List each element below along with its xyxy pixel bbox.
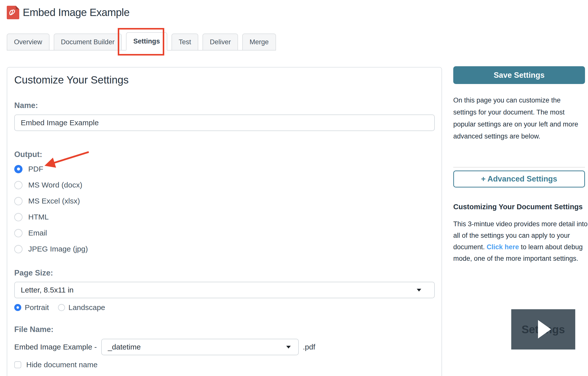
radio-unselected-icon[interactable]	[14, 229, 22, 237]
checkbox-label: Hide document name	[26, 360, 98, 369]
radio-unselected-icon[interactable]	[14, 181, 22, 189]
output-option-ms-excel[interactable]: MS Excel (xlsx)	[14, 193, 88, 209]
tab-deliver[interactable]: Deliver	[202, 34, 238, 50]
radio-selected-icon[interactable]	[14, 165, 22, 173]
radio-unselected-icon[interactable]	[14, 245, 22, 253]
tab-bar: Overview Document Builder Settings Test …	[7, 32, 276, 50]
page-size-selected-value: Letter, 8.5x11 in	[21, 286, 74, 294]
file-name-label: File Name:	[14, 325, 54, 334]
file-name-row: Embed Image Example - _datetime .pdf	[14, 339, 315, 355]
advanced-settings-button[interactable]: + Advanced Settings	[453, 170, 585, 188]
chevron-down-icon	[417, 289, 421, 292]
radio-selected-icon[interactable]	[14, 304, 21, 311]
hide-document-name-option[interactable]: Hide document name	[14, 360, 98, 369]
video-section-heading: Customizing Your Document Settings	[453, 203, 583, 211]
output-option-pdf[interactable]: PDF	[14, 161, 88, 177]
tab-merge[interactable]: Merge	[242, 34, 276, 50]
page-title: Embed Image Example	[23, 6, 130, 18]
radio-option-label: PDF	[28, 165, 43, 173]
save-settings-button[interactable]: Save Settings	[453, 66, 585, 84]
video-section-text: This 3-mintue video provides more detail…	[453, 218, 588, 264]
sidebar-intro-text: On this page you can customize the setti…	[453, 94, 588, 142]
tab-test[interactable]: Test	[172, 34, 198, 50]
tab-overview[interactable]: Overview	[7, 34, 50, 50]
play-icon[interactable]	[538, 320, 551, 338]
radio-option-label: Portrait	[25, 303, 49, 312]
radio-option-label: JPEG Image (jpg)	[28, 245, 88, 253]
file-name-prefix: Embed Image Example -	[14, 343, 97, 351]
radio-unselected-icon[interactable]	[58, 304, 65, 311]
radio-option-label: Email	[28, 229, 47, 237]
chevron-down-icon	[286, 346, 291, 348]
orientation-option-landscape[interactable]: Landscape	[58, 303, 105, 312]
file-name-suffix-select[interactable]: _datetime	[101, 339, 299, 355]
card-heading: Customize Your Settings	[14, 74, 129, 86]
output-option-ms-word[interactable]: MS Word (docx)	[14, 177, 88, 193]
tab-document-builder[interactable]: Document Builder	[54, 34, 122, 50]
click-here-link[interactable]: Click here	[487, 243, 519, 251]
radio-option-label: MS Word (docx)	[28, 181, 82, 189]
sidebar: Save Settings On this page you can custo…	[453, 66, 585, 366]
settings-video-thumbnail[interactable]: Settings	[511, 309, 575, 350]
radio-option-label: MS Excel (xlsx)	[28, 197, 80, 205]
name-label: Name:	[14, 101, 38, 110]
output-option-html[interactable]: HTML	[14, 209, 88, 225]
name-input[interactable]	[14, 114, 435, 131]
orientation-option-portrait[interactable]: Portrait	[14, 303, 49, 312]
page-header: Embed Image Example	[7, 6, 130, 20]
output-options-group: PDF MS Word (docx) MS Excel (xlsx) HTML …	[14, 161, 88, 257]
output-label: Output:	[14, 150, 42, 159]
radio-option-label: Landscape	[68, 303, 105, 312]
checkbox-unchecked-icon[interactable]	[14, 361, 21, 368]
pdf-file-icon	[7, 6, 19, 19]
output-option-jpeg[interactable]: JPEG Image (jpg)	[14, 241, 88, 257]
sidebar-divider	[453, 167, 585, 168]
tab-settings[interactable]: Settings	[126, 32, 167, 50]
file-extension: .pdf	[303, 343, 315, 351]
radio-unselected-icon[interactable]	[14, 197, 22, 205]
settings-card: Customize Your Settings Name: Output: PD…	[7, 67, 442, 376]
file-suffix-selected-value: _datetime	[108, 343, 141, 351]
output-option-email[interactable]: Email	[14, 225, 88, 241]
page-size-label: Page Size:	[14, 268, 53, 278]
page-size-select[interactable]: Letter, 8.5x11 in	[14, 282, 435, 298]
radio-unselected-icon[interactable]	[14, 213, 22, 221]
radio-option-label: HTML	[28, 213, 49, 221]
orientation-options: Portrait Landscape	[14, 302, 105, 313]
